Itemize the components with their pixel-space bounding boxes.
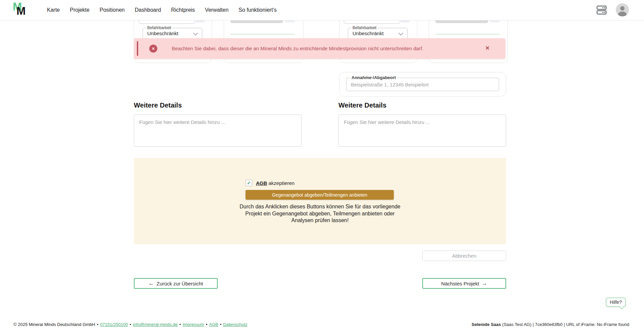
- divider-green: [435, 34, 500, 35]
- location-card: Annahme-/Abgabeort: [339, 72, 506, 96]
- offer-description-line: Projekt ein Gegenangebot abgeben, Teilme…: [134, 210, 506, 217]
- arrow-right-icon: →: [482, 281, 487, 286]
- header: M M Karte Projekte Positionen Dashboard …: [0, 0, 644, 20]
- nav-item-dashboard[interactable]: Dashboard: [135, 7, 161, 13]
- nav-item-so-funktionierts[interactable]: So funktioniert's: [238, 7, 276, 13]
- chevron-down-icon: [193, 31, 198, 36]
- befahrbarkeit-label: Befahrbarkeit: [146, 25, 172, 30]
- nav-item-karte[interactable]: Karte: [47, 7, 60, 13]
- person-icon: [616, 3, 629, 16]
- arrow-left-icon: ←: [149, 281, 154, 286]
- befahrbarkeit-value: Unbeschränkt: [353, 30, 384, 36]
- close-icon[interactable]: ✕: [485, 45, 490, 51]
- footer: © 2025 Mineral Minds Deutschland GmbH•07…: [0, 319, 644, 330]
- help-button[interactable]: Hilfe?: [606, 297, 626, 307]
- footer-link-impressum[interactable]: Impressum: [182, 322, 204, 327]
- nav-item-projekte[interactable]: Projekte: [70, 7, 90, 13]
- user-avatar[interactable]: [616, 3, 629, 16]
- divider-green: [230, 34, 295, 35]
- befahrbarkeit-select[interactable]: Befahrbarkeit Unbeschränkt: [348, 28, 408, 39]
- agb-label: AGB akzeptieren: [256, 180, 294, 186]
- agb-row: ✓ AGB akzeptieren: [246, 179, 294, 187]
- details-title-right: Weitere Details: [338, 102, 386, 109]
- agb-link[interactable]: AGB: [256, 180, 267, 186]
- help-label: Hilfe?: [610, 299, 622, 305]
- nav-item-positionen[interactable]: Positionen: [100, 7, 125, 13]
- location-input[interactable]: [350, 78, 496, 90]
- alert-accent-bar: [137, 41, 138, 56]
- mineral-minds-logo[interactable]: M M: [13, 1, 31, 19]
- footer-right: Selenide Saas (Saas Test AG) | 7ce360e83…: [472, 322, 629, 327]
- counter-offer-button[interactable]: Gegenangebot abgeben/Teilmengen anbieten: [246, 190, 394, 200]
- chevron-down-icon: [398, 31, 403, 36]
- offer-description: Durch das Anklicken dieses Buttons könne…: [134, 203, 506, 224]
- offer-description-line: Durch das Anklicken dieses Buttons könne…: [134, 203, 506, 210]
- footer-link-datenschutz[interactable]: Datenschutz: [223, 322, 247, 327]
- main-nav: Karte Projekte Positionen Dashboard Rich…: [47, 0, 277, 20]
- footer-copyright: © 2025 Mineral Minds Deutschland GmbH: [13, 322, 95, 327]
- details-textarea-right[interactable]: [338, 115, 506, 147]
- footer-link-agb[interactable]: AGB: [209, 322, 218, 327]
- nav-item-richtpreis[interactable]: Richtpreis: [171, 7, 195, 13]
- footer-link-email[interactable]: info@mineral-minds.de: [133, 322, 178, 327]
- details-title-left: Weitere Details: [134, 102, 182, 109]
- footer-left: © 2025 Mineral Minds Deutschland GmbH•07…: [13, 322, 248, 327]
- next-button-label: Nächstes Projekt: [441, 281, 479, 286]
- footer-app-name: Selenide Saas: [472, 322, 501, 327]
- footer-app-info: (Saas Test AG) | 7ce360e83fb0 | URL of i…: [501, 322, 630, 327]
- agb-suffix: akzeptieren: [267, 180, 294, 186]
- footer-link-phone[interactable]: 07151/250100: [100, 322, 128, 327]
- alert-message: Beachten Sie dabei, dass dieser die an M…: [172, 38, 423, 59]
- back-to-overview-button[interactable]: ← Zurück zur Übersicht: [134, 278, 218, 289]
- details-textarea-left[interactable]: [134, 115, 302, 147]
- logo-m-black: M: [16, 5, 26, 16]
- cancel-button[interactable]: Abbrechen: [422, 251, 506, 261]
- next-project-button[interactable]: Nächstes Projekt →: [422, 278, 506, 289]
- error-badge-icon: ✕: [149, 45, 157, 53]
- location-field: Annahme-/Abgabeort: [346, 78, 499, 91]
- offer-panel: ✓ AGB akzeptieren Gegenangebot abgeben/T…: [134, 158, 506, 244]
- back-button-label: Zurück zur Übersicht: [157, 281, 203, 286]
- befahrbarkeit-label: Befahrbarkeit: [351, 25, 378, 30]
- error-alert: ✕ Beachten Sie dabei, dass dieser die an…: [134, 38, 505, 59]
- agb-checkbox[interactable]: ✓: [246, 180, 252, 186]
- dns-icon[interactable]: [596, 5, 607, 16]
- befahrbarkeit-select[interactable]: Befahrbarkeit Unbeschränkt: [143, 28, 202, 39]
- nav-item-verwalten[interactable]: Verwalten: [205, 7, 228, 13]
- befahrbarkeit-value: Unbeschränkt: [147, 30, 178, 36]
- offer-description-line: Analysen prüfen lassen!: [134, 217, 506, 224]
